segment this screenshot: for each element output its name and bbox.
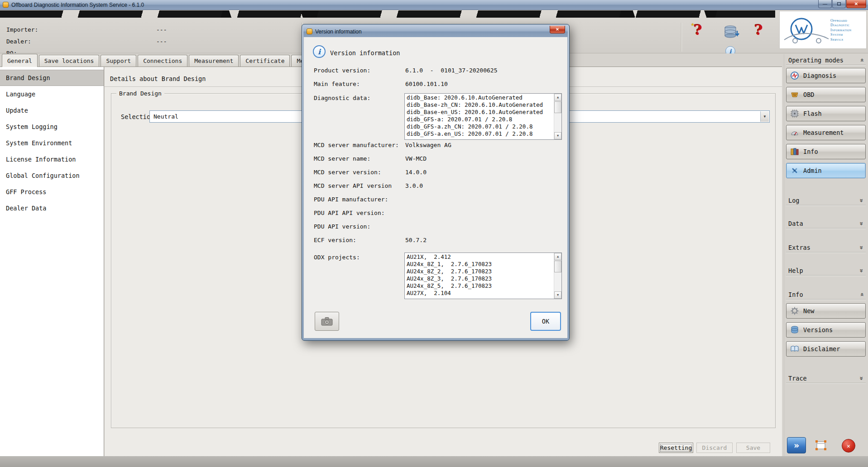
info-button-versions[interactable]: Versions (786, 322, 866, 338)
minimize-button[interactable]: — (818, 0, 832, 8)
list-item[interactable]: didb_Base-en_US: 2020.6.10.AutoGenerated (405, 109, 554, 116)
mode-button-measurement[interactable]: Measurement (786, 125, 866, 140)
admin-help-icon[interactable]: ? ★ (694, 23, 702, 37)
ecf-version-value: 50.7.2 (405, 237, 427, 243)
tab-general[interactable]: General (2, 54, 38, 67)
scroll-down-button[interactable]: ▼ (554, 132, 561, 139)
window-controls: — ✕ (818, 0, 866, 8)
main-feature-value: 60100.101.10 (405, 81, 448, 87)
section-extras[interactable]: Extras » (786, 243, 866, 253)
section-log[interactable]: Log » (786, 195, 866, 205)
list-item[interactable]: AU24x_8Z_2, 2.7.6_170823 (405, 268, 554, 275)
list-item[interactable]: AU21X, 2.412 (405, 253, 554, 261)
maximize-button[interactable] (832, 0, 846, 8)
tab-save-locations[interactable]: Save locations (39, 55, 100, 67)
info-button-disclaimer[interactable]: Disclaimer (786, 341, 866, 357)
mode-button-flash[interactable]: Flash (786, 106, 866, 121)
forward-button[interactable]: » (787, 437, 806, 453)
main-feature-label: Main feature: (314, 81, 360, 87)
resetting-button[interactable]: Resetting (659, 443, 693, 453)
scrollbar-thumb[interactable] (554, 261, 561, 272)
scrollbar-thumb[interactable] (554, 101, 561, 113)
scrollbar[interactable]: ▲ ▼ (554, 253, 561, 299)
list-item[interactable]: AU24x_8Z_1, 2.7.6_170823 (405, 261, 554, 268)
chevron-up-icon: » (858, 58, 865, 62)
groupbox-label: Brand Design (116, 90, 164, 97)
nav-item-global-configuration[interactable]: Global Configuration (0, 167, 104, 184)
mcd-version-label: MCD server version: (314, 169, 381, 176)
list-item[interactable]: didb_GFS-a: 2020.07.01 / 2.20.8 (405, 116, 554, 123)
scroll-up-button[interactable]: ▲ (554, 94, 561, 101)
combobox-arrow-icon[interactable]: ▼ (760, 111, 769, 122)
mode-button-admin[interactable]: Admin (786, 163, 866, 178)
section-data[interactable]: Data » (786, 219, 866, 229)
odis-application-window: Offboard Diagnostic Information System S… (0, 0, 868, 467)
tab-measurement[interactable]: Measurement (189, 55, 239, 67)
section-trace[interactable]: Trace » (786, 373, 866, 383)
tab-support[interactable]: Support (101, 55, 136, 67)
new-gear-icon (790, 306, 799, 315)
ok-button[interactable]: OK (530, 312, 561, 331)
mcd-version-value: 14.0.0 (405, 169, 427, 176)
screenshot-target-button[interactable] (815, 439, 827, 452)
info-bubble-icon: i (313, 45, 326, 58)
list-item[interactable]: didb_Base: 2020.6.10.AutoGenerated (405, 94, 554, 101)
section-operating-modes[interactable]: Operating modes » (786, 55, 866, 65)
nav-item-language[interactable]: Language (0, 86, 104, 102)
diagnostic-data-label: Diagnostic data: (314, 95, 370, 101)
section-help[interactable]: Help » (786, 266, 866, 276)
window-titlebar[interactable]: Offboard Diagnostic Information System S… (0, 0, 868, 10)
tab-certificate[interactable]: Certificate (240, 55, 290, 67)
close-button[interactable]: ✕ (846, 0, 866, 8)
info-button-new[interactable]: New (786, 303, 866, 319)
nav-item-gff-process[interactable]: GFF Process (0, 184, 104, 200)
list-item[interactable]: AU24x_8Z_3, 2.7.6_170823 (405, 275, 554, 282)
odx-projects-listbox[interactable]: AU21X, 2.412 AU24x_8Z_1, 2.7.6_170823 AU… (404, 253, 562, 299)
chevron-up-icon: » (858, 292, 865, 296)
header-separator (681, 23, 681, 52)
nav-item-system-logging[interactable]: System Logging (0, 119, 104, 135)
diagnostic-data-listbox[interactable]: didb_Base: 2020.6.10.AutoGenerated didb_… (404, 93, 562, 140)
odis-logo: Offboard Diagnostic Information System S… (779, 11, 867, 49)
nav-item-dealer-data[interactable]: Dealer Data (0, 200, 104, 216)
dialog-close-button[interactable]: ✕ (550, 26, 565, 33)
nav-item-license-information[interactable]: License Information (0, 151, 104, 167)
nav-item-system-environment[interactable]: System Environment (0, 135, 104, 151)
odx-projects-label: ODX projects: (314, 254, 360, 261)
combobox-value: Neutral (153, 113, 178, 120)
nav-item-brand-design[interactable]: Brand Design (0, 70, 104, 86)
tab-connections[interactable]: Connections (138, 55, 187, 67)
nav-item-update[interactable]: Update (0, 102, 104, 119)
discard-button[interactable]: Discard (696, 443, 733, 453)
screenshot-button[interactable] (315, 312, 339, 331)
list-item[interactable]: didb_Base-zh_CN: 2020.6.10.AutoGenerated (405, 101, 554, 109)
section-info[interactable]: Info » (786, 290, 866, 300)
logo-text: Offboard Diagnostic Information System S… (830, 18, 852, 42)
chevron-down-icon: » (858, 245, 865, 249)
double-chevron-icon: » (794, 440, 799, 451)
scroll-down-button[interactable]: ▼ (554, 291, 561, 299)
support-help-icon[interactable]: ? (754, 23, 763, 37)
mcd-api-version-value: 3.0.0 (405, 182, 423, 189)
save-button[interactable]: Save (736, 443, 770, 453)
logo-car-icon (782, 14, 830, 46)
mode-button-info[interactable]: Info (786, 144, 866, 159)
list-item[interactable]: didb_GFS-a.en_US: 2020.07.01 / 2.20.8 (405, 130, 554, 138)
dialog-titlebar[interactable]: Version information ✕ (303, 26, 568, 37)
list-item[interactable]: didb_GFS-a.zh_CN: 2020.07.01 / 2.20.8 (405, 123, 554, 130)
dealer-label: Dealer: (6, 38, 31, 45)
list-item[interactable]: AU27X, 2.104 (405, 290, 554, 297)
pdu-manufacturer-label: PDU API manufacturer: (314, 196, 388, 203)
scroll-up-button[interactable]: ▲ (554, 253, 561, 260)
mcd-manufacturer-value: Volkswagen AG (405, 142, 451, 148)
product-version-label: Product version: (314, 67, 370, 74)
mode-button-diagnosis[interactable]: Diagnosis (786, 68, 866, 83)
list-item[interactable]: AU24x_8Z_5, 2.7.6_170823 (405, 282, 554, 290)
pdu-api-api-version-label: PDU API API version: (314, 210, 385, 216)
window-title: Offboard Diagnostic Information System S… (11, 2, 144, 8)
mode-button-obd[interactable]: OBD (786, 87, 866, 102)
database-icon (790, 325, 799, 334)
exit-button[interactable]: ✕ (842, 439, 855, 453)
scrollbar[interactable]: ▲ ▼ (554, 94, 561, 139)
data-stack-icon[interactable] (723, 24, 741, 43)
